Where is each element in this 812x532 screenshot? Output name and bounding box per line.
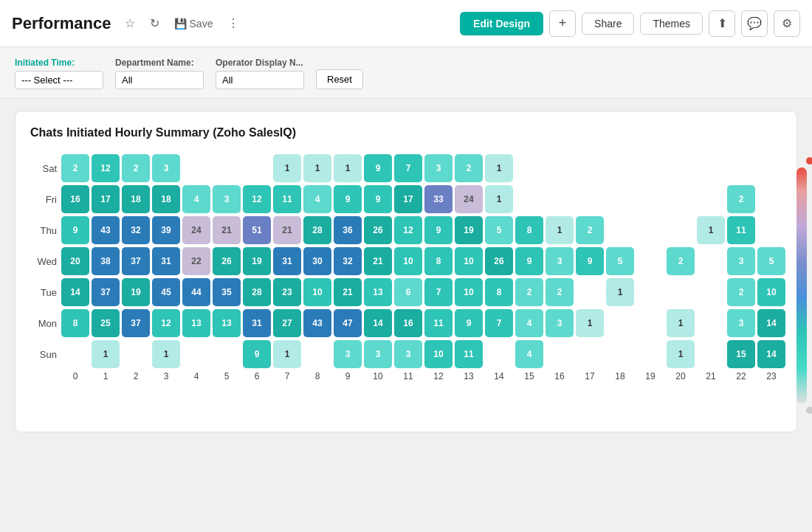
cell-empty	[757, 216, 785, 244]
heatmap-cell: 8	[424, 247, 453, 275]
heatmap-cell: 21	[364, 247, 392, 275]
heatmap-cell: 21	[334, 278, 362, 306]
heatmap-cell: 1	[606, 278, 634, 306]
heatmap-cell: 12	[394, 216, 422, 244]
chart-card: Chats Initiated Hourly Summary (Zoho Sal…	[15, 111, 797, 432]
initiated-time-filter: Initiated Time: --- Select ---	[15, 58, 103, 89]
cell-empty	[636, 340, 664, 368]
heatmap-cell: 1	[334, 154, 362, 182]
cell-empty	[303, 340, 331, 368]
heatmap-cell: 19	[243, 247, 271, 275]
heatmap-cell: 39	[152, 216, 180, 244]
heatmap-cell: 10	[303, 278, 331, 306]
heatmap-cell: 3	[394, 340, 422, 368]
heatmap-cell: 20	[61, 247, 89, 275]
refresh-icon[interactable]: ↻	[145, 13, 164, 33]
heatmap-cell: 3	[424, 154, 453, 182]
more-options-icon[interactable]: ⋮	[223, 13, 244, 33]
heatmap-cell: 10	[757, 278, 785, 306]
legend-bar	[796, 167, 807, 404]
cell-empty	[636, 216, 664, 244]
heatmap-cell: 7	[394, 154, 422, 182]
cell-empty	[697, 154, 725, 182]
heatmap-cell: 28	[303, 216, 331, 244]
cell-empty	[697, 309, 725, 337]
heatmap-row: Sun11913331011411514	[30, 340, 785, 368]
cell-empty	[667, 154, 695, 182]
heatmap-cell: 9	[243, 340, 271, 368]
heatmap-cell: 32	[122, 216, 150, 244]
operator-label: Operator Display N...	[216, 58, 304, 68]
heatmap-cell: 5	[757, 247, 785, 275]
heatmap-cell: 11	[727, 216, 755, 244]
heatmap-cell: 8	[61, 309, 89, 337]
heatmap-cell: 2	[727, 278, 755, 306]
heatmap-cell: 1	[667, 309, 695, 337]
cell-empty	[757, 185, 785, 213]
heatmap-cell: 2	[61, 154, 89, 182]
reset-button[interactable]: Reset	[316, 69, 363, 89]
export-icon[interactable]: ⬆	[709, 10, 735, 37]
col-label: 11	[394, 371, 422, 381]
settings-icon[interactable]: ⚙	[774, 10, 800, 37]
page-title: Performance	[12, 14, 111, 33]
cell-empty	[636, 185, 664, 213]
heatmap-cell: 13	[182, 309, 210, 337]
heatmap-cell: 12	[92, 154, 120, 182]
cell-empty	[182, 340, 210, 368]
heatmap-cell: 43	[303, 309, 331, 337]
initiated-time-select[interactable]: --- Select ---	[15, 71, 103, 89]
cell-empty	[182, 154, 210, 182]
heatmap-cell: 2	[576, 216, 604, 244]
heatmap-cell: 19	[122, 278, 150, 306]
heatmap-cell: 10	[394, 247, 422, 275]
department-filter: Department Name: All	[115, 58, 204, 89]
favorite-icon[interactable]: ☆	[120, 13, 140, 33]
heatmap-grid: Sat2122311197321Fri161718184312114991733…	[30, 154, 785, 417]
heatmap-cell: 37	[122, 247, 150, 275]
row-label: Sat	[30, 163, 57, 174]
chart-title: Chats Initiated Hourly Summary (Zoho Sal…	[30, 126, 782, 139]
heatmap-cell: 15	[727, 340, 755, 368]
heatmap-cell: 4	[515, 309, 543, 337]
col-label: 1	[92, 371, 120, 381]
cell-empty	[727, 154, 755, 182]
heatmap-cell: 1	[303, 154, 331, 182]
heatmap-cell: 2	[515, 278, 543, 306]
edit-design-button[interactable]: Edit Design	[460, 12, 543, 35]
heatmap-cell: 3	[152, 154, 180, 182]
cell-empty	[243, 154, 271, 182]
operator-select[interactable]: All	[216, 71, 304, 89]
cell-empty	[515, 154, 543, 182]
save-button[interactable]: 💾 Save	[170, 15, 218, 32]
heatmap-cell: 4	[515, 340, 543, 368]
operator-filter: Operator Display N... All	[216, 58, 304, 89]
heatmap-cell: 31	[243, 309, 271, 337]
heatmap-cell: 9	[364, 154, 392, 182]
heatmap-row: Sat2122311197321	[30, 154, 785, 182]
col-label: 23	[757, 371, 785, 381]
heatmap-cell: 14	[757, 340, 785, 368]
share-button[interactable]: Share	[582, 13, 634, 35]
heatmap-cell: 9	[515, 247, 543, 275]
heatmap-cell: 31	[152, 247, 180, 275]
heatmap-cell: 1	[697, 216, 725, 244]
cell-empty	[213, 154, 241, 182]
cell-empty	[546, 340, 574, 368]
col-label: 5	[213, 371, 241, 381]
themes-button[interactable]: Themes	[640, 13, 703, 35]
add-button[interactable]: +	[549, 10, 576, 37]
comment-icon[interactable]: 💬	[741, 10, 768, 37]
col-label: 10	[364, 371, 392, 381]
col-label: 4	[182, 371, 210, 381]
cell-empty	[213, 340, 241, 368]
heatmap-cell: 8	[515, 216, 543, 244]
heatmap-cell: 9	[61, 216, 89, 244]
cell-empty	[576, 185, 604, 213]
heatmap-cell: 9	[455, 309, 483, 337]
cell-empty	[667, 216, 695, 244]
heatmap-cell: 2	[122, 154, 150, 182]
col-label: 6	[243, 371, 271, 381]
heatmap-cell: 2	[667, 247, 695, 275]
department-select[interactable]: All	[115, 71, 204, 89]
